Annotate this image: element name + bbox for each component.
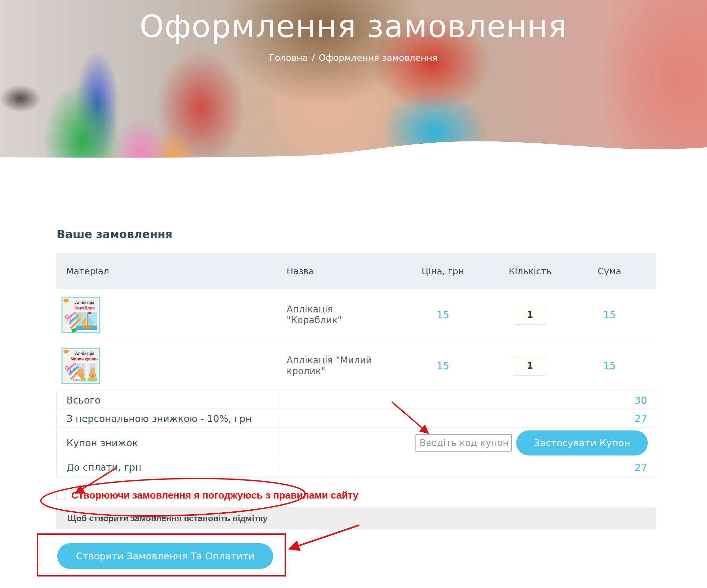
order-table: Матеріал Назва Ціна, грн Кількість Сума … bbox=[56, 252, 656, 477]
notice-bar: Щоб створити замовлення встановіть відмі… bbox=[56, 508, 656, 529]
svg-text:Кораблик: Кораблик bbox=[74, 306, 95, 310]
total-label: З персональною знижкою - 10%, грн bbox=[57, 409, 281, 427]
product-thumbnail-boat: Аплікація Кораблик bbox=[62, 297, 100, 333]
product-sum: 15 bbox=[563, 309, 656, 321]
breadcrumb-current: Оформлення замовлення bbox=[319, 53, 438, 63]
hero-wave-decoration bbox=[0, 133, 707, 159]
agreement-row: Створюючи замовлення я погоджуюсь з прав… bbox=[56, 490, 358, 501]
total-value: 27 bbox=[281, 462, 656, 473]
svg-text:Аплікація: Аплікація bbox=[75, 351, 94, 356]
variant-badge: 2 варіанти bbox=[73, 379, 81, 381]
product-price: 15 bbox=[389, 309, 497, 321]
product-name: Аплікація "Милий кролик" bbox=[260, 355, 389, 377]
checkout-page: Оформлення замовлення Головна/Оформлення… bbox=[0, 0, 707, 588]
apply-coupon-button[interactable]: Застосувати Купон bbox=[516, 430, 648, 455]
total-row-discount: З персональною знижкою - 10%, грн 27 bbox=[57, 409, 656, 428]
header-name: Назва bbox=[260, 266, 389, 276]
header-price: Ціна, грн bbox=[389, 266, 497, 276]
table-row-product-rabbit: Аплікація Милий кролик bbox=[56, 340, 656, 391]
page-title: Оформлення замовлення bbox=[0, 8, 707, 44]
breadcrumb-home-link[interactable]: Головна bbox=[269, 53, 308, 63]
total-row-subtotal: Всього 30 bbox=[57, 391, 656, 409]
coupon-code-input[interactable] bbox=[415, 435, 512, 452]
product-name: Аплікація "Кораблик" bbox=[260, 304, 389, 325]
header-quantity: Кількість bbox=[497, 266, 563, 276]
product-price: 15 bbox=[389, 360, 497, 372]
create-order-button[interactable]: Створити Замовлення Та Оплатити bbox=[57, 543, 273, 569]
total-label: До сплати, грн bbox=[57, 458, 281, 477]
svg-text:Милий кролик: Милий кролик bbox=[71, 357, 99, 361]
quantity-input[interactable] bbox=[513, 356, 547, 376]
agreement-label: Створюючи замовлення я погоджуюсь з прав… bbox=[71, 490, 358, 501]
hero-banner: Оформлення замовлення Головна/Оформлення… bbox=[0, 0, 707, 159]
total-label: Всього bbox=[57, 391, 281, 409]
total-value: 30 bbox=[281, 394, 656, 406]
product-thumbnail-rabbit: Аплікація Милий кролик bbox=[62, 348, 100, 384]
total-label: Купон знижок bbox=[57, 428, 281, 458]
table-row-product-boat: Аплікація Кораблик bbox=[56, 289, 656, 340]
total-row-payable: До сплати, грн 27 bbox=[57, 458, 656, 477]
product-sum: 15 bbox=[563, 360, 656, 372]
total-value: 27 bbox=[281, 413, 656, 424]
agreement-checkbox[interactable] bbox=[56, 491, 65, 500]
breadcrumb: Головна/Оформлення замовлення bbox=[0, 53, 707, 63]
breadcrumb-separator: / bbox=[312, 53, 315, 63]
order-table-header: Матеріал Назва Ціна, грн Кількість Сума bbox=[56, 252, 656, 289]
order-totals: Всього 30 З персональною знижкою - 10%, … bbox=[56, 391, 656, 477]
total-row-coupon: Купон знижок Застосувати Купон bbox=[57, 428, 656, 458]
quantity-input[interactable] bbox=[513, 305, 547, 324]
order-section-heading: Ваше замовлення bbox=[57, 228, 172, 241]
header-sum: Сума bbox=[563, 266, 656, 276]
notice-text: Щоб створити замовлення встановіть відмі… bbox=[56, 513, 267, 523]
header-material: Матеріал bbox=[56, 266, 260, 276]
svg-text:Аплікація: Аплікація bbox=[75, 300, 94, 305]
